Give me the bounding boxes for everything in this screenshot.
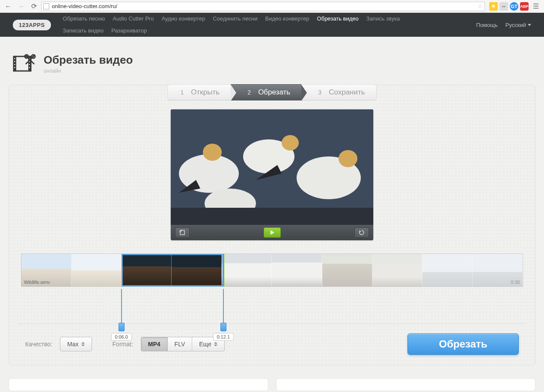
page-subtitle: онлайн [44,68,133,74]
step-indicator: 1Открыть2Обрезать3Сохранить [9,84,535,100]
svg-rect-23 [179,231,181,232]
svg-point-5 [14,64,15,65]
rotate-button[interactable] [354,227,369,238]
reload-button[interactable]: ⟳ [28,2,39,11]
page-header: Обрезать видео онлайн [0,37,544,85]
svg-point-15 [203,144,222,161]
address-bar[interactable]: online-video-cutter.com/ru/ ☆ [41,2,485,11]
page-title: Обрезать видео [44,53,133,67]
timeline-duration: 0:30 [511,280,520,285]
url-text: online-video-cutter.com/ru/ [52,3,117,9]
svg-point-17 [282,135,299,150]
info-cards [9,378,535,391]
step-2[interactable]: 2Обрезать [231,84,301,100]
chevron-down-icon [528,24,531,26]
ext-icon-2[interactable]: ▪▪ [499,2,508,11]
video-player [170,109,374,241]
svg-rect-22 [180,230,184,235]
forward-button[interactable]: → [15,2,27,11]
step-3[interactable]: 3Сохранить [301,84,376,100]
quality-selector[interactable]: Max [60,337,91,351]
info-card [9,378,268,391]
info-card [276,378,536,391]
format-label: Format: [113,341,133,348]
ext-icon-1[interactable]: ★ [489,2,498,11]
format-option[interactable]: MP4 [141,337,167,351]
ext-icon-gt[interactable]: GT [510,2,518,11]
nav-link[interactable]: Соединить песни [213,15,257,23]
nav-link[interactable]: Аудио конвертер [161,15,205,23]
format-selector: MP4FLVЕще [141,337,225,351]
svg-point-6 [14,67,15,68]
video-controls [171,225,373,240]
format-option[interactable]: FLV [167,337,192,351]
svg-point-19 [339,150,357,167]
svg-point-9 [29,64,30,65]
browser-toolbar: ← → ⟳ online-video-cutter.com/ru/ ☆ ★ ▪▪… [0,0,544,13]
svg-rect-21 [171,208,373,225]
selection-start-handle[interactable] [119,323,125,331]
back-button[interactable]: ← [3,2,14,11]
options-bar: Качество: Max Format: MP4FLVЕще Обрезать [18,324,526,355]
nav-link[interactable]: Обрезать видео [317,15,359,23]
language-selector[interactable]: Русский [505,22,531,28]
updown-icon [81,342,85,346]
step-1[interactable]: 1Открыть [167,84,231,100]
video-preview[interactable] [171,109,373,225]
editor-panel: 1Открыть2Обрезать3Сохранить [9,85,535,365]
svg-point-10 [29,67,30,68]
selection-start-time[interactable]: 0:06.0 [111,333,132,341]
quality-label: Качество: [25,341,52,348]
help-link[interactable]: Помощь [476,22,498,28]
site-nav: 123APPS Обрезать песнюAudio Cutter ProАу… [0,13,544,37]
cut-button[interactable]: Обрезать [407,333,519,355]
nav-links: Обрезать песнюAudio Cutter ProАудио конв… [63,12,435,38]
crop-button[interactable] [175,227,190,238]
svg-point-3 [14,58,15,59]
app-icon [13,52,36,75]
site-logo[interactable]: 123APPS [13,20,51,30]
menu-button[interactable]: ☰ [530,2,541,11]
timeline[interactable]: 0:12.1 Wildlife.wmv 0:30 [21,253,523,287]
nav-link[interactable]: Разархиватор [111,27,147,35]
timeline-filename: Wildlife.wmv [24,280,50,285]
extension-icons: ★ ▪▪ GT ABP ☰ [487,2,541,11]
selection-end-time[interactable]: 0:12.1 [213,333,234,341]
svg-rect-24 [181,230,182,231]
nav-link[interactable]: Обрезать песню [63,15,105,23]
ext-icon-abp[interactable]: ABP [520,2,529,11]
page-icon [43,3,49,9]
play-button[interactable] [264,227,281,238]
bookmark-icon[interactable]: ☆ [478,3,483,9]
svg-point-4 [14,61,15,62]
selection-end-handle[interactable] [220,323,226,331]
nav-link[interactable]: Видео конвертер [265,15,309,23]
nav-link[interactable]: Запись звука [366,15,400,23]
nav-link[interactable]: Audio Cutter Pro [113,15,154,23]
nav-link[interactable]: Записать видео [63,27,104,35]
